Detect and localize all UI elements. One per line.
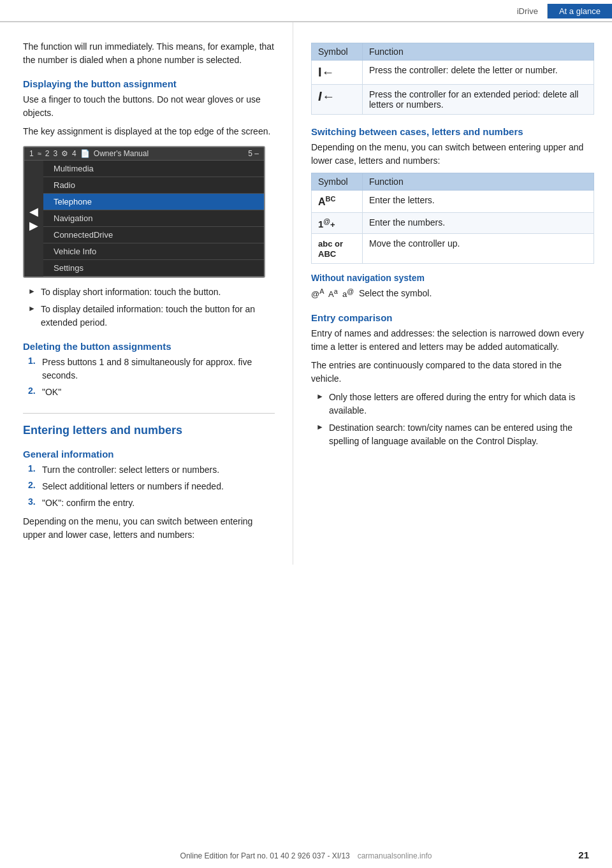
entry-bullet-1: ► Only those letters are offered during … [316, 391, 594, 417]
main-content: The function will run immediately. This … [0, 22, 612, 565]
bullet-short-info-text: To display short information: touch the … [41, 286, 221, 299]
table2-function-1: Enter the letters. [363, 191, 594, 213]
without-nav-symbols: @A Aa a@ [311, 289, 354, 299]
delete-step-2: 2. "OK" [28, 386, 275, 399]
bullet-triangle-1: ► [28, 287, 36, 299]
page-number: 21 [578, 850, 589, 860]
screen-icon-3: 3 [53, 149, 57, 158]
screen-menu-navigation: Navigation [43, 210, 264, 227]
delete-step-1-num: 1. [28, 356, 42, 382]
symbol-table-switch: Symbol Function ABC Enter the letters. 1… [311, 173, 594, 264]
screen-owners-manual: Owner's Manual [94, 149, 149, 158]
table2-header-function: Function [363, 173, 594, 191]
section-deleting-heading: Deleting the button assignments [23, 341, 275, 352]
table1-row-2: I← Press the controller for an extended … [312, 85, 594, 115]
table2-function-3: Move the controller up. [363, 234, 594, 264]
screen-menu-wrapper: ◀ ▶ Multimedia Radio Telephone Navigatio… [24, 161, 264, 277]
entry-comparison-p2: The entries are continuously compared to… [311, 359, 594, 386]
screen-top-icons: 1 ≈ 2 3 ⚙ 4 📄 Owner's Manual [29, 149, 149, 158]
screen-menu-connecteddrive: ConnectedDrive [43, 227, 264, 243]
screen-page-num: 5 – [248, 149, 259, 158]
entry-comparison-p1: Entry of names and addresses: the select… [311, 327, 594, 354]
screen-menu-telephone: Telephone [43, 194, 264, 210]
screen-icon-wave: ≈ [38, 150, 41, 157]
screen-icon-4: 4 [72, 149, 76, 158]
footer: Online Edition for Part no. 01 40 2 926 … [0, 850, 612, 860]
section1-p1: Use a finger to touch the buttons. Do no… [23, 93, 275, 120]
table2-row-1: ABC Enter the letters. [312, 191, 594, 213]
general-step-2-num: 2. [28, 480, 42, 493]
ataglance-label: At a glance [548, 4, 612, 18]
screen-icon-gear: ⚙ [61, 149, 68, 158]
general-step-1-text: Turn the controller: select letters or n… [42, 463, 219, 477]
left-column: The function will run immediately. This … [0, 22, 293, 565]
screen-left-arrow-icon: ◀ [29, 205, 38, 219]
table2-row-2: 1@+ Enter the numbers. [312, 212, 594, 234]
footer-text: Online Edition for Part no. 01 40 2 926 … [180, 851, 350, 860]
delete-step-2-text: "OK" [42, 386, 61, 399]
screen-menu-multimedia: Multimedia [43, 161, 264, 177]
section-displaying-heading: Displaying the button assignment [23, 78, 275, 89]
general-switch-text: Depending on the menu, you can switch be… [23, 515, 275, 542]
switch-intro-text: Depending on the menu, you can switch be… [311, 141, 594, 168]
screen-icon-2: 2 [45, 149, 50, 158]
delete-step-2-num: 2. [28, 386, 42, 399]
symbol-table-delete: Symbol Function I← Press the controller:… [311, 43, 594, 115]
general-step-2-text: Select additional letters or numbers if … [42, 480, 224, 493]
footer-watermark: carmanualsonline.info [358, 851, 432, 860]
entry-comparison-heading: Entry comparison [311, 312, 594, 323]
general-steps-list: 1. Turn the controller: select letters o… [28, 463, 275, 510]
table1-symbol-1: I← [312, 61, 363, 85]
delete-steps-list: 1. Press buttons 1 and 8 simultaneously … [28, 356, 275, 399]
bullet-short-info: ► To display short information: touch th… [28, 286, 275, 299]
screen-mockup: 1 ≈ 2 3 ⚙ 4 📄 Owner's Manual 5 – ◀ ▶ Mul… [23, 146, 265, 278]
general-step-1-num: 1. [28, 463, 42, 477]
entry-bullet-1-text: Only those letters are offered during th… [329, 391, 594, 417]
screen-arrow-col: ◀ ▶ [24, 161, 43, 277]
entry-bullet-2-text: Destination search: town/city names can … [329, 421, 594, 448]
entry-bullet-triangle-1: ► [316, 392, 324, 417]
screen-menu-radio: Radio [43, 177, 264, 194]
section-entering-heading: Entering letters and numbers [23, 413, 275, 437]
screen-top-bar: 1 ≈ 2 3 ⚙ 4 📄 Owner's Manual 5 – [24, 147, 264, 161]
table1-function-1: Press the controller: delete the letter … [363, 61, 594, 85]
screen-right-arrow-icon: ▶ [29, 219, 38, 233]
table1-symbol-2: I← [312, 85, 363, 115]
screen-icon-folder: 📄 [80, 149, 90, 158]
general-step-3-num: 3. [28, 496, 42, 510]
bullet-detailed-info-text: To display detailed information: touch t… [41, 303, 275, 329]
screen-icon-1: 1 [29, 149, 34, 158]
without-nav-heading: Without navigation system [311, 273, 594, 283]
screen-menu: Multimedia Radio Telephone Navigation Co… [43, 161, 264, 277]
section1-p2: The key assignment is displayed at the t… [23, 125, 275, 138]
idrive-label: iDrive [508, 4, 548, 18]
section-general-heading: General information [23, 449, 275, 459]
intro-text: The function will run immediately. This … [23, 40, 275, 67]
table2-symbol-abc: ABC [312, 191, 363, 213]
page-header: iDrive At a glance [0, 0, 612, 22]
general-step-3: 3. "OK": confirm the entry. [28, 496, 275, 510]
table2-function-2: Enter the numbers. [363, 212, 594, 234]
entry-bullet-triangle-2: ► [316, 423, 324, 448]
general-step-2: 2. Select additional letters or numbers … [28, 480, 275, 493]
screen-menu-vehicleinfo: Vehicle Info [43, 243, 264, 260]
general-step-3-text: "OK": confirm the entry. [42, 496, 135, 510]
without-nav-text: @A Aa a@ Select the symbol. [311, 286, 594, 300]
bullet-triangle-2: ► [28, 304, 36, 329]
table1-header-symbol: Symbol [312, 43, 363, 61]
right-column: Symbol Function I← Press the controller:… [293, 22, 612, 565]
table1-function-2: Press the controller for an extended per… [363, 85, 594, 115]
screen-menu-settings: Settings [43, 260, 264, 277]
bullet-detailed-info: ► To display detailed information: touch… [28, 303, 275, 329]
table2-symbol-abcABC: abc or ABC [312, 234, 363, 264]
section-switch-heading: Switching between cases, letters and num… [311, 126, 594, 137]
table2-header-symbol: Symbol [312, 173, 363, 191]
delete-step-1-text: Press buttons 1 and 8 simultaneously for… [42, 356, 275, 382]
entry-bullet-2: ► Destination search: town/city names ca… [316, 421, 594, 448]
table2-row-3: abc or ABC Move the controller up. [312, 234, 594, 264]
delete-step-1: 1. Press buttons 1 and 8 simultaneously … [28, 356, 275, 382]
table1-header-function: Function [363, 43, 594, 61]
general-step-1: 1. Turn the controller: select letters o… [28, 463, 275, 477]
table2-symbol-numbers: 1@+ [312, 212, 363, 234]
table1-row-1: I← Press the controller: delete the lett… [312, 61, 594, 85]
